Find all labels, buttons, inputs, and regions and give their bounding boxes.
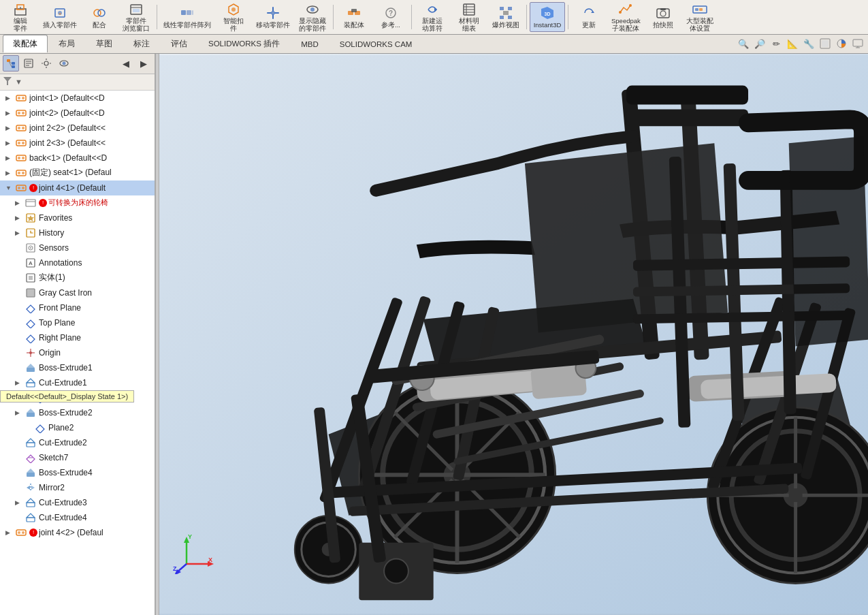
expand-history[interactable]: ▶	[15, 230, 25, 236]
expand-seat1[interactable]: ▶	[5, 170, 15, 176]
tree-item-joint4-2[interactable]: ▶ ! joint 4<2> (Defaul	[0, 525, 155, 540]
svg-point-15	[231, 7, 236, 12]
update-button[interactable]: 更新	[571, 2, 607, 32]
tree-item-right-plane[interactable]: ▶ Right Plane	[0, 330, 155, 345]
svg-rect-10	[133, 9, 140, 12]
tree-item-joint1[interactable]: ▶ joint<1> (Default<<D	[0, 91, 155, 106]
expand-boss2[interactable]: ▶	[15, 409, 25, 416]
part-browser-button[interactable]: 零部件浏览窗口	[118, 2, 154, 32]
feature-tree[interactable]: ▶ joint<1> (Default<<D ▶ joint<2> (Defau…	[0, 91, 155, 615]
config-tab[interactable]	[38, 55, 54, 72]
expand-cut1[interactable]: ▶	[15, 379, 25, 386]
tree-item-material[interactable]: ▶ Gray Cast Iron	[0, 285, 155, 300]
tab-sw-plugin[interactable]: SOLIDWORKS 插件	[198, 35, 290, 52]
expand-joint2-3[interactable]: ▶	[5, 140, 15, 146]
tree-item-plane2[interactable]: ▶ Plane2	[0, 420, 155, 435]
tree-item-cut-extrude3[interactable]: ▶ Cut-Extrude3	[0, 495, 155, 510]
linear-array-button[interactable]: 线性零部件阵列	[160, 2, 214, 32]
tree-item-favorites[interactable]: ▶ Favorites	[0, 210, 155, 225]
expand-joint2[interactable]: ▶	[5, 110, 15, 116]
ref-button[interactable]: ? 参考...	[373, 2, 408, 32]
tree-item-front-plane[interactable]: ▶ Front Plane	[0, 300, 155, 315]
expand-convertible[interactable]: ▶	[15, 200, 25, 206]
move-part-icon	[265, 5, 281, 21]
right-plane-icon	[25, 332, 37, 344]
tree-item-boss-extrude2[interactable]: ▶ Boss-Extrude2	[0, 405, 155, 420]
plane2-icon	[34, 422, 46, 434]
new-motion-button[interactable]: 新建运动算符	[415, 2, 450, 32]
tab-bar: 装配体 布局 草图 标注 评估 SOLIDWORKS 插件 MBD SOLIDW…	[0, 35, 868, 54]
tab-layout[interactable]: 布局	[48, 35, 85, 52]
mate-button[interactable]: 配合	[82, 2, 117, 32]
expand-favorites[interactable]: ▶	[15, 215, 25, 221]
expand-back1[interactable]: ▶	[5, 155, 15, 161]
feature-tree-tab[interactable]	[3, 55, 19, 72]
viewport[interactable]: Y X Z	[159, 54, 868, 615]
expand-cut3[interactable]: ▶	[15, 499, 25, 506]
part-browser-label: 零部件浏览窗口	[123, 18, 150, 32]
svg-point-38	[619, 11, 622, 14]
tree-item-boss-extrude4[interactable]: ▶ Boss-Extrude4	[0, 465, 155, 480]
tree-item-annotations[interactable]: ▶ A Annotations	[0, 255, 155, 270]
tab-assembly[interactable]: 装配体	[3, 35, 48, 52]
panel-collapse-right[interactable]: ▶	[135, 55, 152, 72]
move-part-button[interactable]: 移动零部件	[253, 2, 293, 32]
search2-icon-btn[interactable]: 🔎	[752, 36, 767, 51]
tab-sw-cam[interactable]: SOLIDWORKS CAM	[329, 35, 423, 52]
svg-point-180	[384, 559, 408, 584]
property-tab[interactable]	[20, 55, 37, 72]
material-list-button[interactable]: 材料明细表	[451, 2, 487, 32]
insert-part-button[interactable]: + 插入零部件	[39, 2, 80, 32]
tree-item-convertible[interactable]: ▶ ! 可转换为床的轮椅	[0, 195, 155, 210]
tree-item-sensors[interactable]: ▶ Sensors	[0, 240, 155, 255]
expand-joint4-2[interactable]: ▶	[5, 529, 15, 536]
instant3d-button[interactable]: 3D Instant3D	[530, 2, 565, 32]
tree-item-cut-extrude2[interactable]: ▶ Cut-Extrude2	[0, 435, 155, 450]
tree-item-joint2[interactable]: ▶ joint<2> (Default<<D	[0, 106, 155, 121]
tab-sketch[interactable]: 草图	[86, 35, 123, 52]
large-assembly-button[interactable]: 大型装配体设置	[682, 2, 718, 32]
tree-item-seat1[interactable]: ▶ (固定) seat<1> (Defaul	[0, 165, 155, 180]
svg-point-7	[98, 10, 105, 16]
speedpak-button[interactable]: Speedpak子装配体	[608, 2, 644, 32]
display-tab[interactable]	[56, 55, 72, 72]
pen-icon-btn[interactable]: ✏	[769, 36, 784, 51]
tree-item-mirror2[interactable]: ▶ Mirror2	[0, 480, 155, 495]
tree-item-sketch7[interactable]: ▶ Sketch7	[0, 450, 155, 465]
tree-item-cut-extrude1[interactable]: ▶ Cut-Extrude1	[0, 375, 155, 390]
expand-joint1[interactable]: ▶	[5, 95, 15, 101]
edit-part-button[interactable]: 编辑零件	[3, 2, 38, 32]
tree-item-cut-extrude4[interactable]: ▶ Cut-Extrude4	[0, 510, 155, 525]
expand-joint4-1[interactable]: ▼	[5, 185, 15, 191]
panel-collapse-left[interactable]: ◀	[118, 55, 134, 72]
update-icon	[581, 5, 597, 21]
tree-item-origin[interactable]: ▶ Origin	[0, 345, 155, 360]
tree-item-history[interactable]: ▶ History	[0, 225, 155, 240]
tab-evaluate[interactable]: 评估	[161, 35, 197, 52]
show-hidden-button[interactable]: 显示隐藏的零部件	[295, 2, 330, 32]
tree-item-joint4-1[interactable]: ▼ ! joint 4<1> (Default	[0, 180, 155, 195]
svg-marker-89	[27, 215, 34, 221]
color-icon-btn[interactable]	[834, 36, 849, 51]
divider2	[333, 5, 334, 29]
expand-joint2-2[interactable]: ▶	[5, 125, 15, 131]
snapshot-button[interactable]: 拍快照	[645, 2, 681, 32]
measure-icon-btn[interactable]: 📐	[785, 36, 800, 51]
sensors-icon	[25, 242, 37, 254]
tab-annotation[interactable]: 标注	[123, 35, 160, 52]
svg-point-79	[22, 157, 25, 159]
light-icon-btn[interactable]	[818, 36, 833, 51]
screen-icon-btn[interactable]	[850, 36, 865, 51]
tree-item-solid-bodies[interactable]: ▶ 实体(1)	[0, 270, 155, 285]
tree-item-back1[interactable]: ▶ back<1> (Default<<D	[0, 151, 155, 165]
tree-item-joint2-3[interactable]: ▶ joint 2<3> (Default<<	[0, 136, 155, 151]
tree-item-top-plane[interactable]: ▶ Top Plane	[0, 315, 155, 330]
search-icon-btn[interactable]: 🔍	[736, 36, 751, 51]
explode-button[interactable]: 爆炸视图	[488, 2, 524, 32]
tab-mbd[interactable]: MBD	[291, 35, 329, 52]
tree-item-joint2-2[interactable]: ▶ joint 2<2> (Default<<	[0, 121, 155, 136]
smart-fit-button[interactable]: 智能扣件	[216, 2, 251, 32]
tree-item-boss-extrude1[interactable]: ▶ Boss-Extrude1	[0, 360, 155, 375]
tool-icon-btn[interactable]: 🔧	[801, 36, 816, 51]
assembly-button[interactable]: 装配体	[336, 2, 372, 32]
